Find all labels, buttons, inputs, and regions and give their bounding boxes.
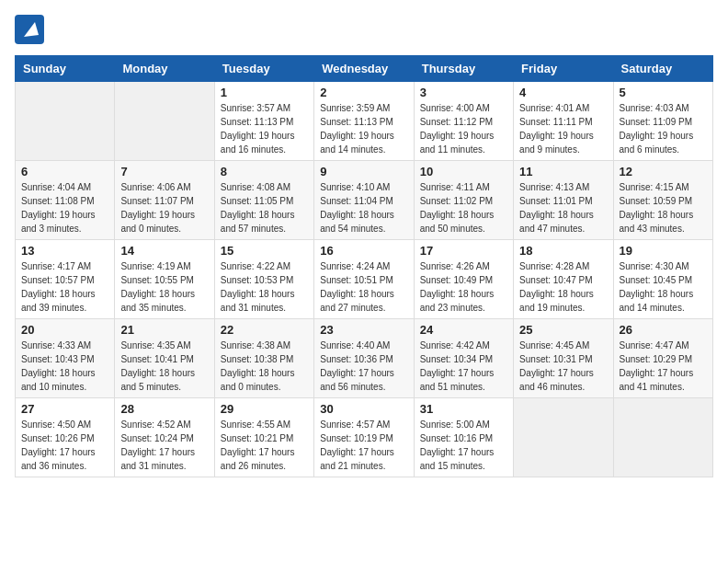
calendar-cell: 22Sunrise: 4:38 AM Sunset: 10:38 PM Dayl… — [214, 319, 313, 398]
day-info: Sunrise: 4:10 AM Sunset: 11:04 PM Daylig… — [320, 180, 407, 236]
weekday-header-saturday: Saturday — [613, 56, 712, 82]
day-info: Sunrise: 4:22 AM Sunset: 10:53 PM Daylig… — [221, 259, 308, 315]
day-info: Sunrise: 4:30 AM Sunset: 10:45 PM Daylig… — [620, 259, 707, 315]
day-info: Sunrise: 4:24 AM Sunset: 10:51 PM Daylig… — [320, 259, 407, 315]
calendar-week-5: 27Sunrise: 4:50 AM Sunset: 10:26 PM Dayl… — [16, 398, 713, 477]
day-number: 28 — [120, 402, 208, 416]
calendar-cell: 21Sunrise: 4:35 AM Sunset: 10:41 PM Dayl… — [115, 319, 214, 398]
day-number: 14 — [120, 244, 208, 258]
calendar-header-row: SundayMondayTuesdayWednesdayThursdayFrid… — [16, 56, 713, 82]
day-info: Sunrise: 4:45 AM Sunset: 10:31 PM Daylig… — [519, 339, 607, 394]
calendar-week-2: 6Sunrise: 4:04 AM Sunset: 11:08 PM Dayli… — [16, 161, 713, 240]
calendar-cell: 8Sunrise: 4:08 AM Sunset: 11:05 PM Dayli… — [214, 161, 313, 240]
calendar-cell: 1Sunrise: 3:57 AM Sunset: 11:13 PM Dayli… — [214, 82, 313, 161]
day-number: 19 — [620, 244, 707, 258]
calendar-table: SundayMondayTuesdayWednesdayThursdayFrid… — [15, 55, 713, 477]
calendar-cell: 15Sunrise: 4:22 AM Sunset: 10:53 PM Dayl… — [214, 240, 313, 319]
day-number: 15 — [221, 244, 308, 258]
day-info: Sunrise: 4:33 AM Sunset: 10:43 PM Daylig… — [21, 339, 108, 394]
calendar-week-4: 20Sunrise: 4:33 AM Sunset: 10:43 PM Dayl… — [16, 319, 713, 398]
day-number: 16 — [320, 244, 407, 258]
calendar-cell: 25Sunrise: 4:45 AM Sunset: 10:31 PM Dayl… — [514, 319, 613, 398]
day-info: Sunrise: 5:00 AM Sunset: 10:16 PM Daylig… — [420, 418, 507, 473]
day-number: 13 — [21, 244, 108, 258]
calendar-cell: 18Sunrise: 4:28 AM Sunset: 10:47 PM Dayl… — [514, 240, 613, 319]
calendar-cell: 27Sunrise: 4:50 AM Sunset: 10:26 PM Dayl… — [16, 398, 115, 477]
day-number: 22 — [221, 323, 308, 337]
day-number: 8 — [221, 165, 308, 178]
calendar-cell: 28Sunrise: 4:52 AM Sunset: 10:24 PM Dayl… — [115, 398, 214, 477]
calendar-cell: 31Sunrise: 5:00 AM Sunset: 10:16 PM Dayl… — [414, 398, 513, 477]
weekday-header-sunday: Sunday — [16, 56, 115, 82]
day-number: 4 — [519, 86, 607, 99]
day-number: 30 — [320, 402, 407, 416]
day-info: Sunrise: 4:13 AM Sunset: 11:01 PM Daylig… — [519, 180, 607, 236]
calendar-cell: 26Sunrise: 4:47 AM Sunset: 10:29 PM Dayl… — [613, 319, 712, 398]
calendar-cell: 23Sunrise: 4:40 AM Sunset: 10:36 PM Dayl… — [314, 319, 414, 398]
day-number: 5 — [620, 86, 707, 99]
day-info: Sunrise: 4:42 AM Sunset: 10:34 PM Daylig… — [420, 339, 507, 394]
day-info: Sunrise: 4:11 AM Sunset: 11:02 PM Daylig… — [420, 180, 507, 236]
day-number: 3 — [420, 86, 507, 99]
weekday-header-monday: Monday — [115, 56, 214, 82]
day-number: 9 — [320, 165, 407, 178]
calendar-cell: 14Sunrise: 4:19 AM Sunset: 10:55 PM Dayl… — [115, 240, 214, 319]
day-info: Sunrise: 4:01 AM Sunset: 11:11 PM Daylig… — [519, 101, 607, 156]
calendar-cell: 3Sunrise: 4:00 AM Sunset: 11:12 PM Dayli… — [414, 82, 513, 161]
calendar-cell: 24Sunrise: 4:42 AM Sunset: 10:34 PM Dayl… — [414, 319, 513, 398]
day-info: Sunrise: 4:52 AM Sunset: 10:24 PM Daylig… — [120, 418, 208, 473]
day-number: 10 — [420, 165, 507, 178]
calendar-cell — [613, 398, 712, 477]
weekday-header-thursday: Thursday — [414, 56, 513, 82]
day-info: Sunrise: 4:40 AM Sunset: 10:36 PM Daylig… — [320, 339, 407, 394]
logo — [15, 15, 48, 44]
day-info: Sunrise: 4:00 AM Sunset: 11:12 PM Daylig… — [420, 101, 507, 156]
day-number: 27 — [21, 402, 108, 416]
calendar-week-3: 13Sunrise: 4:17 AM Sunset: 10:57 PM Dayl… — [16, 240, 713, 319]
day-number: 23 — [320, 323, 407, 337]
day-info: Sunrise: 3:57 AM Sunset: 11:13 PM Daylig… — [221, 101, 308, 156]
calendar-cell — [115, 82, 214, 161]
day-number: 17 — [420, 244, 507, 258]
calendar-week-1: 1Sunrise: 3:57 AM Sunset: 11:13 PM Dayli… — [16, 82, 713, 161]
calendar-cell: 19Sunrise: 4:30 AM Sunset: 10:45 PM Dayl… — [613, 240, 712, 319]
calendar-cell: 13Sunrise: 4:17 AM Sunset: 10:57 PM Dayl… — [16, 240, 115, 319]
weekday-header-wednesday: Wednesday — [314, 56, 414, 82]
day-number: 18 — [519, 244, 607, 258]
day-info: Sunrise: 4:28 AM Sunset: 10:47 PM Daylig… — [519, 259, 607, 315]
day-info: Sunrise: 4:15 AM Sunset: 10:59 PM Daylig… — [620, 180, 707, 236]
day-number: 21 — [120, 323, 208, 337]
calendar-cell: 17Sunrise: 4:26 AM Sunset: 10:49 PM Dayl… — [414, 240, 513, 319]
day-info: Sunrise: 4:03 AM Sunset: 11:09 PM Daylig… — [620, 101, 707, 156]
calendar-cell: 12Sunrise: 4:15 AM Sunset: 10:59 PM Dayl… — [613, 161, 712, 240]
day-number: 7 — [120, 165, 208, 178]
day-info: Sunrise: 4:06 AM Sunset: 11:07 PM Daylig… — [120, 180, 208, 236]
day-info: Sunrise: 4:17 AM Sunset: 10:57 PM Daylig… — [21, 259, 108, 315]
day-number: 26 — [620, 323, 707, 337]
day-number: 29 — [221, 402, 308, 416]
day-number: 24 — [420, 323, 507, 337]
calendar-cell: 11Sunrise: 4:13 AM Sunset: 11:01 PM Dayl… — [514, 161, 613, 240]
day-number: 25 — [519, 323, 607, 337]
day-number: 1 — [221, 86, 308, 99]
calendar-cell: 5Sunrise: 4:03 AM Sunset: 11:09 PM Dayli… — [613, 82, 712, 161]
calendar-cell — [514, 398, 613, 477]
day-info: Sunrise: 4:19 AM Sunset: 10:55 PM Daylig… — [120, 259, 208, 315]
calendar-cell — [16, 82, 115, 161]
day-info: Sunrise: 4:50 AM Sunset: 10:26 PM Daylig… — [21, 418, 108, 473]
day-info: Sunrise: 4:04 AM Sunset: 11:08 PM Daylig… — [21, 180, 108, 236]
calendar-cell: 7Sunrise: 4:06 AM Sunset: 11:07 PM Dayli… — [115, 161, 214, 240]
calendar-cell: 16Sunrise: 4:24 AM Sunset: 10:51 PM Dayl… — [314, 240, 414, 319]
calendar-cell: 6Sunrise: 4:04 AM Sunset: 11:08 PM Dayli… — [16, 161, 115, 240]
day-info: Sunrise: 4:57 AM Sunset: 10:19 PM Daylig… — [320, 418, 407, 473]
day-info: Sunrise: 4:55 AM Sunset: 10:21 PM Daylig… — [221, 418, 308, 473]
day-number: 12 — [620, 165, 707, 178]
logo-icon — [15, 15, 44, 44]
day-number: 31 — [420, 402, 507, 416]
calendar-cell: 10Sunrise: 4:11 AM Sunset: 11:02 PM Dayl… — [414, 161, 513, 240]
calendar-cell: 20Sunrise: 4:33 AM Sunset: 10:43 PM Dayl… — [16, 319, 115, 398]
day-info: Sunrise: 4:47 AM Sunset: 10:29 PM Daylig… — [620, 339, 707, 394]
calendar-cell: 4Sunrise: 4:01 AM Sunset: 11:11 PM Dayli… — [514, 82, 613, 161]
day-number: 2 — [320, 86, 407, 99]
day-info: Sunrise: 4:08 AM Sunset: 11:05 PM Daylig… — [221, 180, 308, 236]
